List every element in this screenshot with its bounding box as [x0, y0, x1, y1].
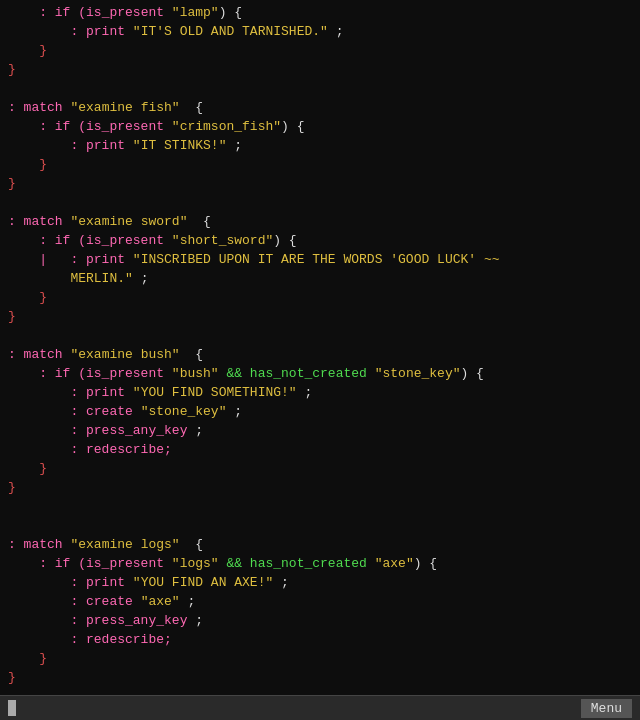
code-line — [8, 688, 632, 695]
code-line: } — [8, 156, 632, 175]
code-line: } — [8, 61, 632, 80]
menu-button[interactable]: Menu — [581, 699, 632, 718]
code-line — [8, 498, 632, 517]
code-line: } — [8, 669, 632, 688]
code-line: : if (is_present "crimson_fish") { — [8, 118, 632, 137]
code-line: } — [8, 42, 632, 61]
status-bar: Menu — [0, 695, 640, 720]
code-line: MERLIN." ; — [8, 270, 632, 289]
code-line: } — [8, 289, 632, 308]
code-line: | : print "INSCRIBED UPON IT ARE THE WOR… — [8, 251, 632, 270]
code-line: : if (is_present "lamp") { — [8, 4, 632, 23]
code-line: : if (is_present "bush" && has_not_creat… — [8, 365, 632, 384]
cursor — [8, 700, 16, 716]
code-line: : match "examine fish" { — [8, 99, 632, 118]
code-line: : if (is_present "logs" && has_not_creat… — [8, 555, 632, 574]
code-line — [8, 194, 632, 213]
code-line: } — [8, 479, 632, 498]
code-line: : redescribe; — [8, 631, 632, 650]
code-line: : print "IT STINKS!" ; — [8, 137, 632, 156]
code-line: : match "examine bush" { — [8, 346, 632, 365]
code-line: : redescribe; — [8, 441, 632, 460]
code-line — [8, 327, 632, 346]
code-line: : create "axe" ; — [8, 593, 632, 612]
code-line: : if (is_present "short_sword") { — [8, 232, 632, 251]
code-line: : create "stone_key" ; — [8, 403, 632, 422]
code-line: : match "examine sword" { — [8, 213, 632, 232]
code-editor[interactable]: : if (is_present "lamp") { : print "IT'S… — [0, 0, 640, 695]
code-line — [8, 80, 632, 99]
code-line: } — [8, 175, 632, 194]
code-line: } — [8, 308, 632, 327]
code-line: : print "YOU FIND SOMETHING!" ; — [8, 384, 632, 403]
code-line — [8, 517, 632, 536]
code-line: } — [8, 460, 632, 479]
code-line: : print "YOU FIND AN AXE!" ; — [8, 574, 632, 593]
code-line: : press_any_key ; — [8, 422, 632, 441]
code-line: : match "examine logs" { — [8, 536, 632, 555]
code-line: : press_any_key ; — [8, 612, 632, 631]
code-line: } — [8, 650, 632, 669]
code-line: : print "IT'S OLD AND TARNISHED." ; — [8, 23, 632, 42]
